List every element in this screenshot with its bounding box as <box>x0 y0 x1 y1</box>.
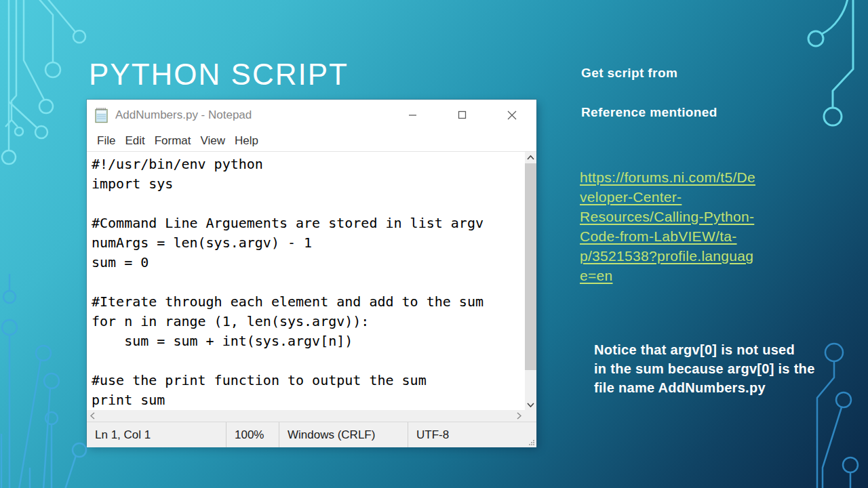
code-line: for n in range (1, len(sys.argv)): <box>92 312 525 331</box>
link-line: Code-from-LabVIEW/ta- <box>580 226 783 246</box>
code-line <box>92 272 525 292</box>
note-argv-explanation: Notice that argv[0] is not used in the s… <box>594 340 815 397</box>
scroll-up-button[interactable] <box>525 152 536 163</box>
code-text-area[interactable]: #!/usr/bin/env python import sys #Comman… <box>87 152 525 410</box>
link-line: veloper-Center- <box>580 187 783 207</box>
window-title: AddNumbers.py - Notepad <box>115 108 388 122</box>
slide-title: PYTHON SCRIPT <box>89 58 349 92</box>
code-line: #Iterate through each element and add to… <box>92 292 525 312</box>
note-line: file name AddNumbers.py <box>594 378 815 397</box>
code-line: print sum <box>92 390 525 410</box>
notepad-editor: #!/usr/bin/env python import sys #Comman… <box>87 152 536 422</box>
code-line: #use the print function to output the su… <box>92 371 525 390</box>
notepad-titlebar[interactable]: AddNumbers.py - Notepad <box>87 100 536 130</box>
minimize-button[interactable] <box>388 100 437 130</box>
menu-edit[interactable]: Edit <box>120 134 149 148</box>
scrollbar-corner <box>525 410 536 422</box>
presentation-slide: PYTHON SCRIPT AddNumbers.py - Notepad <box>0 0 868 488</box>
vertical-scrollbar[interactable] <box>525 152 536 410</box>
close-icon <box>507 110 517 120</box>
menu-format[interactable]: Format <box>150 134 196 148</box>
link-line: Resources/Calling-Python- <box>580 207 783 226</box>
chevron-right-icon[interactable] <box>517 412 521 420</box>
minimize-icon <box>408 110 417 119</box>
circuit-bottom-left <box>1 274 86 488</box>
code-line <box>92 351 525 371</box>
link-line: e=en <box>580 266 783 285</box>
code-line: #!/usr/bin/env python <box>92 155 525 174</box>
reference-link[interactable]: https://forums.ni.com/t5/De veloper-Cent… <box>580 167 783 285</box>
resize-grip-icon[interactable] <box>528 439 535 446</box>
code-line: #Command Line Arguements are stored in l… <box>92 214 525 233</box>
notepad-statusbar: Ln 1, Col 1 100% Windows (CRLF) UTF-8 <box>87 422 536 447</box>
heading-reference-mentioned: Reference mentioned <box>581 105 717 120</box>
code-line: numArgs = len(sys.argv) - 1 <box>92 233 525 253</box>
scroll-down-button[interactable] <box>525 399 536 410</box>
circuit-top-right <box>808 0 853 125</box>
code-line: sum = 0 <box>92 253 525 272</box>
heading-get-script-from: Get script from <box>581 66 677 81</box>
horizontal-scrollbar[interactable] <box>87 410 525 422</box>
note-line: Notice that argv[0] is not used <box>594 340 815 359</box>
status-line-ending: Windows (CRLF) <box>279 422 408 447</box>
status-cursor-position: Ln 1, Col 1 <box>87 422 226 447</box>
menu-file[interactable]: File <box>92 134 120 148</box>
link-line: https://forums.ni.com/t5/De <box>580 167 783 187</box>
chevron-down-icon <box>527 403 534 407</box>
code-line: sum = sum + int(sys.argv[n]) <box>92 331 525 351</box>
code-line <box>92 194 525 214</box>
vertical-scrollbar-thumb[interactable] <box>525 163 536 370</box>
notepad-app-icon <box>94 106 110 124</box>
menu-help[interactable]: Help <box>230 134 263 148</box>
maximize-icon <box>458 110 467 119</box>
circuit-top-left <box>2 0 85 164</box>
code-line: import sys <box>92 174 525 194</box>
window-controls <box>388 100 536 130</box>
status-zoom-level: 100% <box>226 422 279 447</box>
chevron-left-icon[interactable] <box>90 412 95 420</box>
close-button[interactable] <box>487 100 536 130</box>
notepad-window: AddNumbers.py - Notepad <box>87 100 536 445</box>
notepad-menubar: File Edit Format View Help <box>87 130 536 152</box>
maximize-button[interactable] <box>437 100 487 130</box>
menu-view[interactable]: View <box>196 134 231 148</box>
link-line: p/3521538?profile.languag <box>580 246 783 266</box>
circuit-bottom-right <box>817 344 858 488</box>
status-encoding: UTF-8 <box>408 422 536 447</box>
chevron-up-icon <box>527 155 534 160</box>
note-line: in the sum because argv[0] is the <box>594 359 815 378</box>
